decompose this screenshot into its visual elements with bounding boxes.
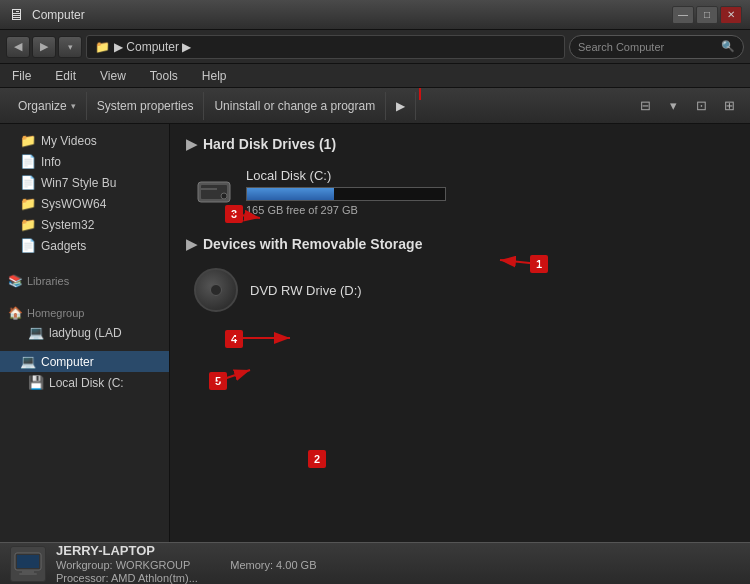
window-title: Computer bbox=[28, 8, 672, 22]
disk-progress-fill bbox=[247, 188, 334, 200]
sidebar-section-libraries[interactable]: 📚 Libraries bbox=[0, 270, 169, 290]
address-bar: ◀ ▶ ▾ 📁 ▶ Computer ▶ Search Computer 🔍 bbox=[0, 30, 750, 64]
address-text: ▶ Computer ▶ bbox=[114, 40, 191, 54]
status-info-2: Processor: AMD Athlon(tm)... bbox=[56, 572, 316, 584]
annotation-1: 1 bbox=[530, 255, 548, 273]
view-icon-2[interactable]: ▾ bbox=[660, 93, 686, 119]
disk-icon: 💾 bbox=[28, 375, 44, 390]
search-icon: 🔍 bbox=[721, 40, 735, 53]
disk-size: 165 GB free of 297 GB bbox=[246, 204, 726, 216]
forward-button[interactable]: ▶ bbox=[32, 36, 56, 58]
dvd-inner bbox=[210, 284, 222, 296]
hard-disk-section-title: Hard Disk Drives (1) bbox=[203, 136, 336, 152]
search-label: Search Computer bbox=[578, 41, 664, 53]
organize-arrow: ▾ bbox=[71, 101, 76, 111]
disk-progress-bar bbox=[246, 187, 446, 201]
homegroup-icon: 🏠 bbox=[8, 306, 23, 320]
computer-icon: 💻 bbox=[28, 325, 44, 340]
sidebar-item-win7style[interactable]: 📄 Win7 Style Bu bbox=[0, 172, 169, 193]
more-button[interactable]: ▶ bbox=[386, 92, 416, 120]
maximize-button[interactable]: □ bbox=[696, 6, 718, 24]
menu-tools[interactable]: Tools bbox=[146, 67, 182, 85]
menu-edit[interactable]: Edit bbox=[51, 67, 80, 85]
minimize-button[interactable]: — bbox=[672, 6, 694, 24]
sidebar-item-system32[interactable]: 📁 System32 bbox=[0, 214, 169, 235]
view-icon-3[interactable]: ⊡ bbox=[688, 93, 714, 119]
annotation-2: 2 bbox=[308, 450, 326, 468]
svg-rect-3 bbox=[201, 188, 217, 190]
folder-icon: 📁 bbox=[95, 40, 110, 54]
processor-info: Processor: AMD Athlon(tm)... bbox=[56, 572, 198, 584]
folder-icon: 📁 bbox=[20, 196, 36, 211]
computer-name: JERRY-LAPTOP bbox=[56, 543, 316, 558]
file-icon: 📄 bbox=[20, 175, 36, 190]
content-area: ▶ Hard Disk Drives (1) Local Disk (C:) bbox=[170, 124, 750, 542]
sidebar-item-syswow64[interactable]: 📁 SysWOW64 bbox=[0, 193, 169, 214]
workgroup-info: Workgroup: WORKGROUP bbox=[56, 559, 190, 571]
menu-view[interactable]: View bbox=[96, 67, 130, 85]
up-button[interactable]: ▾ bbox=[58, 36, 82, 58]
menu-file[interactable]: File bbox=[8, 67, 35, 85]
section-arrow: ▶ bbox=[186, 136, 197, 152]
disk-info: Local Disk (C:) 165 GB free of 297 GB bbox=[246, 168, 726, 216]
section-arrow: ▶ bbox=[186, 236, 197, 252]
title-bar-controls: — □ ✕ bbox=[672, 6, 742, 24]
disk-name: Local Disk (C:) bbox=[246, 168, 726, 183]
computer-icon: 💻 bbox=[20, 354, 36, 369]
status-bar: JERRY-LAPTOP Workgroup: WORKGROUP Memory… bbox=[0, 542, 750, 584]
organize-button[interactable]: Organize ▾ bbox=[8, 92, 87, 120]
folder-icon: 📁 bbox=[20, 217, 36, 232]
sidebar-item-ladybug[interactable]: 💻 ladybug (LAD bbox=[0, 322, 169, 343]
svg-point-2 bbox=[221, 193, 227, 199]
sidebar-item-gadgets[interactable]: 📄 Gadgets bbox=[0, 235, 169, 256]
sidebar-item-computer[interactable]: 💻 Computer bbox=[0, 351, 169, 372]
annotation-4: 4 bbox=[225, 330, 243, 348]
status-computer-icon bbox=[10, 546, 46, 582]
menu-bar: File Edit View Tools Help bbox=[0, 64, 750, 88]
dvd-item[interactable]: DVD RW Drive (D:) bbox=[186, 262, 734, 318]
sidebar: 📁 My Videos 📄 Info 📄 Win7 Style Bu 📁 Sys… bbox=[0, 124, 170, 542]
dvd-name: DVD RW Drive (D:) bbox=[250, 283, 362, 298]
file-icon: 📄 bbox=[20, 154, 36, 169]
libraries-icon: 📚 bbox=[8, 274, 23, 288]
hard-disk-section-header: ▶ Hard Disk Drives (1) bbox=[186, 136, 734, 152]
view-icon-1[interactable]: ⊟ bbox=[632, 93, 658, 119]
removable-section-header: ▶ Devices with Removable Storage bbox=[186, 236, 734, 252]
toolbar: Organize ▾ System properties Uninstall o… bbox=[0, 88, 750, 124]
status-info: Workgroup: WORKGROUP Memory: 4.00 GB bbox=[56, 559, 316, 571]
back-button[interactable]: ◀ bbox=[6, 36, 30, 58]
folder-icon: 📁 bbox=[20, 133, 36, 148]
svg-rect-5 bbox=[17, 555, 39, 568]
close-button[interactable]: ✕ bbox=[720, 6, 742, 24]
removable-section-title: Devices with Removable Storage bbox=[203, 236, 422, 252]
local-disk-item[interactable]: Local Disk (C:) 165 GB free of 297 GB bbox=[186, 162, 734, 222]
menu-help[interactable]: Help bbox=[198, 67, 231, 85]
sidebar-item-localdisk[interactable]: 💾 Local Disk (C: bbox=[0, 372, 169, 393]
file-icon: 📄 bbox=[20, 238, 36, 253]
toolbar-view-controls: ⊟ ▾ ⊡ ⊞ bbox=[632, 93, 742, 119]
title-bar: 🖥 Computer — □ ✕ bbox=[0, 0, 750, 30]
uninstall-button[interactable]: Uninstall or change a program bbox=[204, 92, 386, 120]
sidebar-item-info[interactable]: 📄 Info bbox=[0, 151, 169, 172]
annotation-3: 3 bbox=[225, 205, 243, 223]
annotation-5: 5 bbox=[209, 372, 227, 390]
view-icon-4[interactable]: ⊞ bbox=[716, 93, 742, 119]
search-box[interactable]: Search Computer 🔍 bbox=[569, 35, 744, 59]
sidebar-item-myvideos[interactable]: 📁 My Videos bbox=[0, 130, 169, 151]
status-text: JERRY-LAPTOP Workgroup: WORKGROUP Memory… bbox=[56, 543, 316, 584]
system-properties-button[interactable]: System properties bbox=[87, 92, 205, 120]
memory-info: Memory: 4.00 GB bbox=[230, 559, 316, 571]
svg-rect-7 bbox=[19, 573, 37, 575]
address-path[interactable]: 📁 ▶ Computer ▶ bbox=[86, 35, 565, 59]
dvd-icon bbox=[194, 268, 238, 312]
navigation-buttons: ◀ ▶ ▾ bbox=[6, 36, 82, 58]
sidebar-section-homegroup[interactable]: 🏠 Homegroup bbox=[0, 302, 169, 322]
main-layout: 📁 My Videos 📄 Info 📄 Win7 Style Bu 📁 Sys… bbox=[0, 124, 750, 542]
svg-rect-6 bbox=[22, 571, 34, 573]
